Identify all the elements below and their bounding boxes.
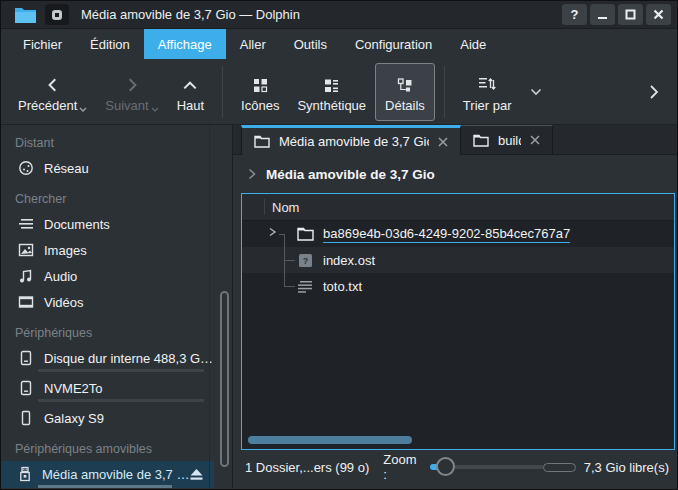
video-icon: [17, 294, 35, 310]
toolbar-separator: [222, 66, 223, 118]
sidebar-item-media-amovible[interactable]: Média amovible de 3,7 …: [1, 461, 214, 488]
file-row-index-ost[interactable]: ? index.ost: [242, 247, 674, 273]
file-view: Nom ba869e4b-03d6-4249-9202-85b4cec767a7…: [241, 193, 675, 450]
section-distant: Distant: [1, 125, 232, 155]
text-file-icon: [296, 280, 314, 293]
sidebar-item-images[interactable]: Images: [1, 237, 214, 263]
sidebar-item-label: Images: [44, 243, 87, 258]
unknown-file-icon: ?: [296, 253, 314, 268]
harddrive-icon: [17, 380, 35, 396]
icons-view-button[interactable]: Icônes: [232, 63, 288, 121]
chevron-down-icon: [79, 107, 87, 113]
tab-label: Média amovible de 3,7 Gio: [279, 134, 429, 149]
places-panel: Distant Réseau Chercher Documents Images: [1, 125, 233, 488]
file-row-toto-txt[interactable]: toto.txt: [242, 273, 674, 299]
sidebar-item-reseau[interactable]: Réseau: [1, 155, 214, 181]
view-details-icon: [397, 71, 413, 93]
dolphin-window: Média amovible de 3,7 Gio — Dolphin ? Fi…: [0, 0, 678, 490]
sidebar-item-label: Galaxy S9: [44, 411, 104, 426]
details-view-button[interactable]: Détails: [375, 63, 435, 121]
close-button[interactable]: [646, 4, 671, 25]
file-name: toto.txt: [323, 279, 362, 294]
disk-usage-bar: [38, 485, 172, 488]
file-name: ba869e4b-03d6-4249-9202-85b4cec767a7: [323, 226, 570, 243]
tab-build[interactable]: build: [461, 125, 553, 154]
sidebar-item-audio[interactable]: Audio: [1, 263, 214, 289]
icons-view-label: Icônes: [241, 98, 279, 113]
forward-label: Suivant: [105, 98, 148, 113]
view-compact-icon: [324, 71, 339, 93]
expander-chevron-icon[interactable]: [268, 227, 277, 237]
chevron-right-icon: [124, 71, 140, 93]
compact-view-label: Synthétique: [297, 98, 366, 113]
image-icon: [17, 242, 35, 258]
maximize-button[interactable]: [618, 4, 643, 25]
dolphin-app-icon: [15, 6, 36, 23]
sort-by-button[interactable]: Trier par: [454, 63, 521, 121]
back-button[interactable]: Précédent: [9, 63, 96, 121]
menu-fichier[interactable]: Fichier: [9, 29, 76, 59]
help-button[interactable]: ?: [562, 4, 587, 25]
sidebar-item-label: Média amovible de 3,7 …: [42, 467, 189, 482]
file-row-folder[interactable]: ba869e4b-03d6-4249-9202-85b4cec767a7: [242, 221, 674, 247]
sidebar-item-videos[interactable]: Vidéos: [1, 289, 214, 315]
details-view-label: Détails: [385, 98, 425, 113]
tree-guide-line: [279, 234, 285, 235]
breadcrumb-location[interactable]: Média amovible de 3,7 Gio: [266, 167, 435, 182]
sort-by-label: Trier par: [463, 98, 512, 113]
harddrive-icon: [17, 350, 35, 366]
chevron-right-icon[interactable]: [247, 168, 257, 180]
compact-view-button[interactable]: Synthétique: [288, 63, 375, 121]
window-emblem-icon[interactable]: [45, 4, 69, 25]
sidebar-item-galaxy-s9[interactable]: Galaxy S9: [1, 405, 214, 431]
chevron-down-icon[interactable]: [530, 88, 542, 96]
sidebar-item-disque-dur-interne[interactable]: Disque dur interne 488,3 G…: [1, 345, 214, 375]
disk-usage-bar: [38, 369, 204, 372]
sidebar-item-label: Documents: [44, 217, 110, 232]
tab-media-amovible[interactable]: Média amovible de 3,7 Gio: [241, 125, 461, 155]
toolbar: Précédent Suivant Haut Icônes: [1, 59, 677, 125]
eject-icon[interactable]: [189, 468, 204, 481]
menu-aller[interactable]: Aller: [226, 29, 280, 59]
zoom-label: Zoom :: [383, 452, 422, 482]
folder-icon: [473, 134, 489, 147]
close-icon[interactable]: [438, 137, 448, 147]
slider-handle[interactable]: [436, 457, 455, 476]
close-icon[interactable]: [530, 135, 540, 145]
window-title: Média amovible de 3,7 Gio — Dolphin: [81, 7, 300, 22]
chevron-up-icon: [182, 71, 198, 93]
document-icon: [17, 216, 35, 232]
file-name: index.ost: [323, 253, 375, 268]
sidebar-scrollbar[interactable]: [220, 291, 229, 467]
svg-text:?: ?: [302, 256, 308, 266]
sort-icon: [478, 71, 496, 93]
menu-outils[interactable]: Outils: [280, 29, 341, 59]
network-icon: [17, 160, 35, 176]
breadcrumb: Média amovible de 3,7 Gio: [233, 155, 677, 193]
menu-edition[interactable]: Édition: [76, 29, 144, 59]
scrollbar-thumb[interactable]: [248, 436, 412, 444]
menu-affichage[interactable]: Affichage: [144, 29, 226, 59]
toolbar-overflow-button[interactable]: [647, 84, 661, 100]
zoom-slider[interactable]: [430, 456, 542, 478]
sidebar-item-label: Réseau: [44, 161, 89, 176]
capacity-bar: [543, 463, 576, 472]
sidebar-item-label: Disque dur interne 488,3 G…: [44, 351, 213, 366]
up-button[interactable]: Haut: [168, 63, 213, 121]
horizontal-scrollbar[interactable]: [248, 436, 668, 444]
section-chercher: Chercher: [1, 181, 232, 211]
menu-configuration[interactable]: Configuration: [341, 29, 446, 59]
column-header[interactable]: Nom: [242, 194, 674, 221]
section-peripheriques: Périphériques: [1, 315, 232, 345]
smartphone-icon: [17, 410, 35, 426]
forward-button[interactable]: Suivant: [96, 63, 167, 121]
folder-icon: [296, 227, 314, 241]
titlebar: Média amovible de 3,7 Gio — Dolphin ?: [1, 1, 677, 29]
minimize-button[interactable]: [590, 4, 615, 25]
toolbar-separator: [444, 66, 445, 118]
menu-aide[interactable]: Aide: [446, 29, 500, 59]
section-peripheriques-amovibles: Périphériques amovibles: [1, 431, 232, 461]
selection-summary: 1 Dossier,...ers (99 o): [245, 460, 369, 475]
sidebar-item-nvme2to[interactable]: NVME2To: [1, 375, 214, 405]
sidebar-item-documents[interactable]: Documents: [1, 211, 214, 237]
